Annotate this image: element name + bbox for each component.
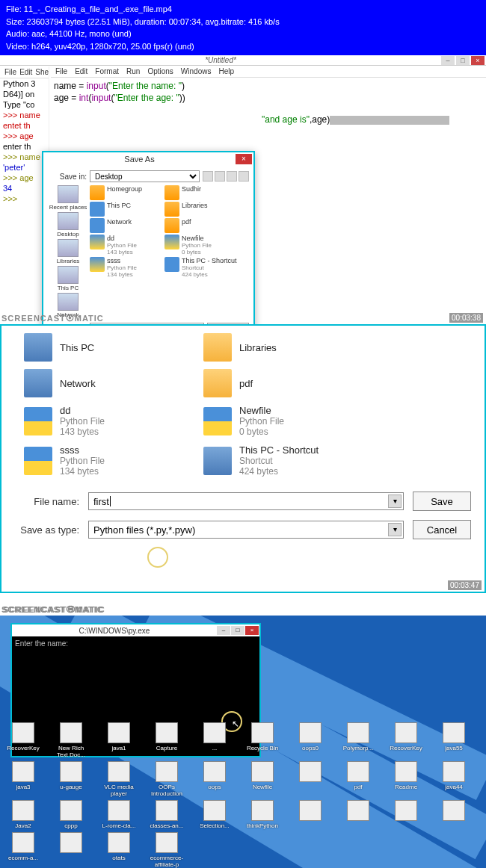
desktop-icon[interactable]: ... [196,722,233,758]
menu-help[interactable]: Help [218,67,234,75]
desktop-icon[interactable]: otats [100,832,138,868]
desktop-icon[interactable] [435,800,473,829]
menu-file[interactable]: File [55,67,67,75]
desktop-icon[interactable]: New Rich Text Doc... [52,722,90,758]
saveas-sidebar: Recent places Desktop Libraries This PC … [48,185,88,320]
menu-options[interactable]: Options [147,67,173,75]
desktop-icon[interactable]: Capture [148,722,185,758]
desktop-icon[interactable]: VLC media player [100,761,138,797]
desktop-icon[interactable]: Selection... [196,800,233,829]
desktop-icon[interactable] [52,832,90,868]
desktop-icon[interactable]: L-rome-cla... [100,800,138,829]
menu-edit[interactable]: Edit [75,67,87,75]
desktop-icon[interactable]: Java2 [4,800,42,829]
sidebar-thispc[interactable]: This PC [48,266,88,291]
desktop-icon[interactable]: java3 [4,761,42,797]
cmd-titlebar[interactable]: C:\WINDOWS\py.exe – □ × [12,624,259,636]
big-cancel-button[interactable]: Cancel [413,520,471,539]
desktop-icon[interactable]: thinkPython [244,800,281,829]
saveas-titlebar[interactable]: Save As × [43,152,253,166]
desktop-icon[interactable]: RecoverKey [4,722,42,758]
desktop-icon[interactable]: u-gauge [52,761,90,797]
dropdown-icon[interactable]: ▾ [388,495,402,508]
desktop-icon[interactable]: ecomm-a... [4,832,42,868]
editor-menubar[interactable]: File Edit Format Run Options Windows Hel… [51,66,486,78]
file-item[interactable]: This PC - ShortcutShortcut 424 bytes [164,257,239,278]
sidebar-recent[interactable]: Recent places [48,185,88,211]
desktop-icon[interactable] [387,800,425,829]
file-item[interactable]: Sudhir [164,185,239,200]
editor-title: *Untitled* [0,56,441,64]
desktop-icon[interactable] [292,761,329,797]
screenshot-1: FileEditShellD Python 3 D64)] on Type "c… [0,55,486,324]
menu-format[interactable]: Format [95,67,119,75]
up-icon[interactable] [215,171,225,182]
desktop-icon[interactable]: Polymorp... [339,722,377,758]
file-item[interactable]: This PC [90,202,164,217]
desktop-icon[interactable]: java44 [435,761,473,797]
screenshot-2: This PCLibrariesNetworkpdfddPython File1… [0,324,486,593]
timestamp-1: 00:03:38 [449,313,483,323]
desktop-icon[interactable]: pdf [339,761,377,797]
file-item[interactable]: ssssPython File134 bytes [24,444,188,477]
file-item[interactable]: ddPython File 143 bytes [90,235,164,255]
newfolder-icon[interactable] [227,171,237,182]
file-item[interactable]: Network [24,369,188,397]
maximize-button[interactable]: □ [456,56,470,65]
editor-titlebar[interactable]: *Untitled* – □ × [0,55,486,66]
desktop-icon[interactable]: ecommerce-affiliate-p [148,832,185,868]
media-info-bar: File: 11_-_Creating_a_file_and_.exe_file… [0,0,486,55]
sidebar-libraries[interactable]: Libraries [48,239,88,264]
file-item[interactable]: This PC - ShortcutShortcut424 bytes [203,444,368,477]
media-audio-line: Audio: aac, 44100 Hz, mono (und) [6,28,480,40]
savein-select[interactable]: Desktop [90,170,200,182]
desktop-icon[interactable]: cppp [52,800,90,829]
desktop-icon[interactable]: oops [196,761,233,797]
desktop-icons: RecoverKeyNew Rich Text Doc...java1Captu… [4,722,482,868]
file-item[interactable]: NewfilePython File 0 bytes [164,235,239,255]
saveas-close-button[interactable]: × [236,154,252,164]
desktop-icon[interactable]: Readme [387,761,425,797]
menu-windows[interactable]: Windows [181,67,212,75]
big-filename-input[interactable]: first▾ [88,492,404,510]
file-item[interactable]: ssssPython File 134 bytes [90,257,164,278]
big-save-button[interactable]: Save [413,492,471,511]
cmd-close[interactable]: × [245,626,259,635]
sidebar-desktop[interactable]: Desktop [48,212,88,238]
desktop-icon[interactable]: oops0 [292,722,329,758]
file-item[interactable]: Homegroup [90,185,164,200]
desktop-icon[interactable]: OOPs Introduction [148,761,185,797]
big-file-list[interactable]: This PCLibrariesNetworkpdfddPython File1… [1,326,485,484]
code-editor[interactable]: name = input("Enter the name: ") age = i… [51,78,486,129]
desktop-icon[interactable]: java1 [100,722,138,758]
file-item[interactable]: Libraries [203,333,368,362]
media-video-line: Video: h264, yuv420p, 1280x720, 25.00 fp… [6,40,480,53]
desktop-icon[interactable]: Recycle Bin [244,722,281,758]
desktop-icon[interactable] [339,800,377,829]
back-icon[interactable] [203,171,213,182]
file-item[interactable]: pdf [203,369,368,397]
file-item[interactable]: Network [90,218,164,233]
big-savetype-label: Save as type: [15,524,79,536]
close-button[interactable]: × [471,56,485,65]
file-item[interactable]: NewfilePython File0 bytes [203,405,368,437]
desktop-icon[interactable]: Newfile [244,761,281,797]
desktop-icon[interactable]: java55 [435,722,473,758]
file-item[interactable]: Libraries [164,202,239,217]
cmd-minimize[interactable]: – [217,626,230,635]
desktop-icon[interactable]: classes-an... [148,800,185,829]
big-savetype-select[interactable]: Python files (*.py,*.pyw)▾ [88,521,404,539]
file-item[interactable]: ddPython File143 bytes [24,405,188,437]
desktop-icon[interactable] [292,800,329,829]
file-item[interactable]: pdf [164,218,239,233]
dropdown-icon[interactable]: ▾ [388,523,402,536]
file-item[interactable]: This PC [24,333,188,362]
view-icon[interactable] [239,171,249,182]
cmd-maximize[interactable]: □ [231,626,244,635]
saveas-file-list[interactable]: HomegroupSudhirThis PCLibrariesNetworkpd… [90,185,249,282]
media-file-line: File: 11_-_Creating_a_file_and_.exe_file… [6,3,480,16]
minimize-button[interactable]: – [441,56,455,65]
desktop-icon[interactable]: RecoverKey [387,722,425,758]
menu-run[interactable]: Run [126,67,140,75]
timestamp-2: 00:03:47 [448,580,482,590]
